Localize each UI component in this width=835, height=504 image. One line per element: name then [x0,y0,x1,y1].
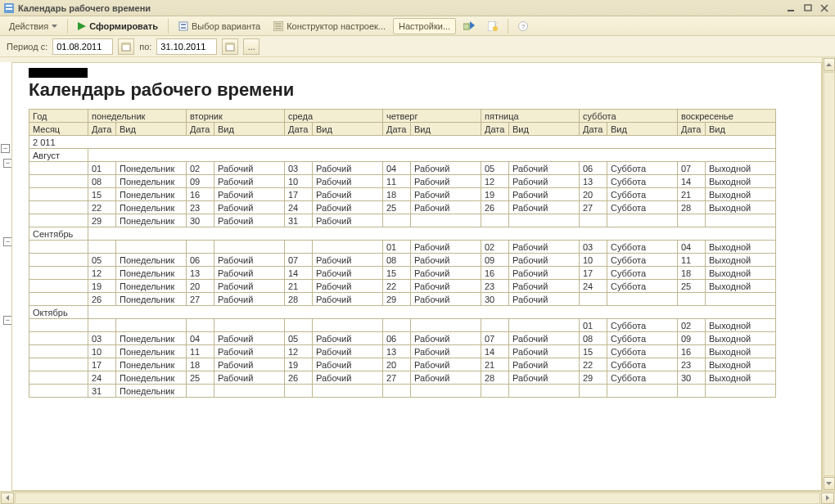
date-from-input[interactable] [52,38,113,55]
period-bar: Период с: по: ... [0,36,835,57]
table-row: 01Рабочий02Рабочий03Суббота04Выходной [29,241,776,254]
table-row: 12Понедельник13Рабочий14Рабочий15Рабочий… [29,267,776,280]
date-to-input[interactable] [156,38,217,55]
form-label: Сформировать [89,21,158,31]
scroll-down-button[interactable] [824,477,835,490]
table-row: 17Понедельник18Рабочий19Рабочий20Рабочий… [29,358,776,371]
table-row: 01Суббота02Выходной [29,319,776,332]
header-day-sat: суббота [580,110,678,123]
page-icon [488,21,498,31]
svg-marker-28 [826,482,832,485]
calendar-icon [225,42,235,52]
arrow-icon [463,21,475,31]
svg-rect-16 [463,24,469,29]
main-toolbar: Действия Сформировать Выбор варианта Кон… [0,16,835,36]
scroll-left-button[interactable] [1,493,14,504]
variant-icon [178,21,188,31]
svg-marker-7 [52,25,57,28]
toolbar-icon-1[interactable] [458,18,481,34]
period-from-label: Период с: [7,42,47,52]
svg-marker-17 [470,21,475,29]
date-to-cal-button[interactable] [222,38,238,55]
table-row: 29Понедельник30Рабочий31Рабочий [29,214,776,227]
svg-rect-9 [179,22,187,30]
svg-rect-26 [226,43,234,45]
table-row: 22Понедельник23Рабочий24Рабочий25Рабочий… [29,201,776,214]
header-year: Год [29,110,88,123]
horizontal-scrollbar[interactable] [0,491,835,504]
svg-point-20 [493,26,498,31]
svg-marker-27 [826,63,832,66]
report-title: Календарь рабочего времени [29,79,813,101]
table-row: 24Понедельник25Рабочий26Рабочий27Рабочий… [29,371,776,385]
svg-rect-1 [6,5,12,7]
header-row-2: Месяц ДатаВид ДатаВид ДатаВид ДатаВид Да… [29,123,776,136]
form-button[interactable]: Сформировать [72,18,164,34]
chevron-down-icon [52,25,57,28]
month-row: Август [29,149,776,162]
window-title: Календарь рабочего времени [18,3,151,13]
month-row: Сентябрь [29,227,776,241]
constructor-button[interactable]: Конструктор настроек... [268,18,391,34]
header-day-fri: пятница [481,110,580,123]
header-day-thu: четверг [383,110,481,123]
header-row-1: Год понедельник вторник среда четверг пя… [29,110,776,123]
table-row: 15Понедельник16Рабочий17Рабочий18Рабочий… [29,188,776,201]
help-icon: ? [518,21,528,31]
svg-marker-29 [6,495,9,501]
header-day-sun: воскресенье [678,110,776,123]
svg-marker-30 [826,495,829,501]
svg-rect-2 [6,8,12,10]
calendar-icon [121,42,131,52]
date-from-cal-button[interactable] [118,38,134,55]
header-day-mon: понедельник [88,110,187,123]
close-button[interactable] [817,2,832,14]
date-to-field[interactable] [157,39,216,54]
variant-button[interactable]: Выбор варианта [173,18,266,34]
svg-marker-8 [78,22,86,30]
redacted-block [29,68,88,78]
tree-collapse-year[interactable]: − [1,144,10,153]
table-row: 01Понедельник02Рабочий03Рабочий04Рабочий… [29,162,776,175]
svg-rect-3 [788,10,794,11]
help-button[interactable]: ? [512,18,534,34]
header-day-tue: вторник [187,110,285,123]
constructor-icon [273,21,283,31]
vertical-scrollbar[interactable] [822,57,835,491]
table-row: 31Понедельник [29,385,776,398]
date-from-field[interactable] [53,39,112,54]
scroll-h-track[interactable] [15,493,820,504]
variant-label: Выбор варианта [192,21,260,31]
svg-rect-4 [805,5,811,11]
table-row: 10Понедельник11Рабочий12Рабочий13Рабочий… [29,345,776,358]
header-month: Месяц [29,123,88,136]
toolbar-icon-2[interactable] [482,18,503,34]
minimize-button[interactable] [784,2,799,14]
play-icon [78,22,86,30]
scroll-right-button[interactable] [821,493,834,504]
calendar-table: Год понедельник вторник среда четверг пя… [29,109,776,398]
svg-rect-11 [181,27,186,29]
svg-rect-24 [122,43,130,45]
app-icon [3,2,15,14]
period-to-label: по: [139,42,151,52]
header-day-wed: среда [285,110,383,123]
table-row: 26Понедельник27Рабочий28Рабочий29Рабочий… [29,293,776,306]
period-dialog-button[interactable]: ... [243,38,260,55]
table-row: 05Понедельник06Рабочий07Рабочий08Рабочий… [29,254,776,267]
actions-menu[interactable]: Действия [3,18,63,34]
table-row: 08Понедельник09Рабочий10Рабочий11Рабочий… [29,175,776,188]
actions-label: Действия [9,21,48,31]
table-row: 03Понедельник04Рабочий05Рабочий06Рабочий… [29,332,776,345]
restore-button[interactable] [801,2,815,14]
scroll-v-track[interactable] [824,72,835,476]
tree-gutter: − − − − [0,62,11,491]
svg-rect-10 [181,24,186,25]
scroll-up-button[interactable] [824,58,835,71]
title-bar: Календарь рабочего времени [0,0,835,16]
report-viewport[interactable]: Календарь рабочего времени Год понедельн… [11,62,822,491]
month-row: Октябрь [29,306,776,319]
settings-button[interactable]: Настройки... [393,18,456,34]
table-row: 19Понедельник20Рабочий21Рабочий22Рабочий… [29,280,776,293]
settings-label: Настройки... [399,21,450,31]
